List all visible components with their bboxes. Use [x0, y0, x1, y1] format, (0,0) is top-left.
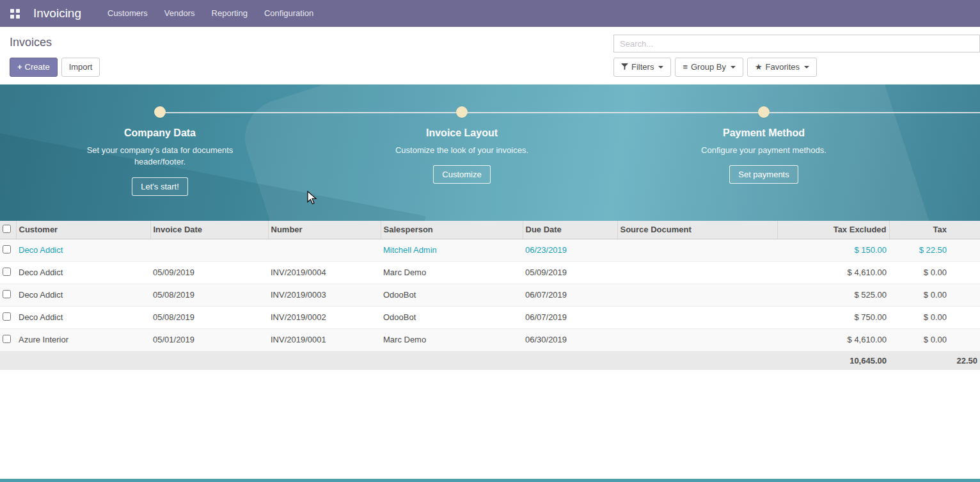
row-checkbox[interactable] [3, 312, 11, 321]
table-row[interactable]: Deco Addict 05/08/2019 INV/2019/0003 Odo… [0, 284, 980, 306]
cell-source-document [617, 261, 777, 284]
step-title: Company Data [54, 127, 265, 139]
group-by-icon: ≡ [683, 62, 688, 72]
plus-icon: + [17, 62, 22, 72]
cell-due-date: 06/23/2019 [523, 239, 617, 261]
apps-menu-icon[interactable] [6, 5, 23, 22]
col-invoice-date[interactable]: Invoice Date [150, 221, 268, 239]
chevron-down-icon [731, 66, 736, 68]
col-salesperson[interactable]: Salesperson [381, 221, 523, 239]
cell-tax-excluded: $ 4,610.00 [777, 261, 889, 284]
chevron-down-icon [804, 66, 809, 68]
customize-button[interactable]: Customize [433, 165, 490, 184]
bottom-strip [0, 479, 980, 482]
control-panel: Invoices +Create Import Filters ≡Group B… [0, 27, 980, 84]
col-customer[interactable]: Customer [16, 221, 150, 239]
star-icon: ★ [755, 62, 763, 72]
cell-source-document [617, 306, 777, 328]
main-menu: Customers Vendors Reporting Configuratio… [99, 0, 322, 27]
top-navbar: Invoicing Customers Vendors Reporting Co… [0, 0, 980, 27]
cell-salesperson: Marc Demo [381, 328, 523, 351]
cell-salesperson: OdooBot [381, 284, 523, 306]
create-button[interactable]: +Create [10, 58, 58, 77]
cell-tax: $ 22.50 [889, 239, 980, 261]
table-row[interactable]: Deco Addict Mitchell Admin 06/23/2019 $ … [0, 239, 980, 261]
import-button[interactable]: Import [61, 58, 100, 77]
cell-due-date: 05/09/2019 [523, 261, 617, 284]
cell-number: INV/2019/0001 [268, 328, 381, 351]
col-tax-excluded[interactable]: Tax Excluded [777, 221, 889, 239]
step-description: Customize the look of your invoices. [387, 145, 537, 157]
cell-invoice-date: 05/08/2019 [150, 306, 268, 328]
totals-row: 10,645.00 22.50 [0, 351, 980, 370]
row-checkbox[interactable] [3, 268, 11, 276]
filters-dropdown[interactable]: Filters [613, 58, 671, 77]
table-row[interactable]: Deco Addict 05/09/2019 INV/2019/0004 Mar… [0, 261, 980, 284]
row-checkbox[interactable] [3, 245, 11, 253]
row-checkbox[interactable] [3, 290, 11, 298]
cell-salesperson: OdooBot [381, 306, 523, 328]
step-description: Configure your payment methods. [689, 145, 839, 157]
cell-number: INV/2019/0002 [268, 306, 381, 328]
row-checkbox[interactable] [3, 335, 11, 343]
cell-tax-excluded: $ 150.00 [777, 239, 889, 261]
step-dot-icon [154, 106, 166, 118]
cell-tax: $ 0.00 [889, 284, 980, 306]
cell-tax: $ 0.00 [889, 328, 980, 351]
group-by-dropdown[interactable]: ≡Group By [675, 58, 743, 77]
cell-salesperson: Mitchell Admin [381, 239, 523, 261]
table-header-row: Customer Invoice Date Number Salesperson… [0, 221, 980, 239]
chevron-down-icon [658, 66, 663, 68]
total-tax: 22.50 [889, 351, 980, 370]
col-tax[interactable]: Tax [889, 221, 980, 239]
step-title: Payment Method [658, 127, 869, 139]
cell-source-document [617, 284, 777, 306]
col-source-document[interactable]: Source Document [617, 221, 777, 239]
cell-source-document [617, 328, 777, 351]
favorites-dropdown[interactable]: ★Favorites [747, 58, 817, 77]
step-dot-icon [758, 106, 770, 118]
cell-salesperson: Marc Demo [381, 261, 523, 284]
invoice-list-table: Customer Invoice Date Number Salesperson… [0, 221, 980, 370]
cell-source-document [617, 239, 777, 261]
onboarding-step-invoice-layout: Invoice Layout Customize the look of you… [356, 106, 567, 184]
lets-start-button[interactable]: Let's start! [132, 177, 188, 196]
onboarding-panel: Company Data Set your company's data for… [0, 84, 980, 221]
step-dot-icon [456, 106, 468, 118]
table-row[interactable]: Deco Addict 05/08/2019 INV/2019/0002 Odo… [0, 306, 980, 328]
menu-customers[interactable]: Customers [99, 0, 156, 27]
table-row[interactable]: Azure Interior 05/01/2019 INV/2019/0001 … [0, 328, 980, 351]
cell-invoice-date: 05/08/2019 [150, 284, 268, 306]
onboarding-step-payment-method: Payment Method Configure your payment me… [658, 106, 869, 184]
cell-customer: Deco Addict [16, 239, 150, 261]
cell-customer: Azure Interior [16, 328, 150, 351]
cell-invoice-date: 05/01/2019 [150, 328, 268, 351]
select-all-checkbox[interactable] [3, 225, 11, 233]
cell-tax: $ 0.00 [889, 261, 980, 284]
cell-tax-excluded: $ 750.00 [777, 306, 889, 328]
cell-number [268, 239, 381, 261]
step-description: Set your company's data for documents he… [85, 145, 235, 169]
cell-customer: Deco Addict [16, 284, 150, 306]
menu-configuration[interactable]: Configuration [256, 0, 322, 27]
col-due-date[interactable]: Due Date [523, 221, 617, 239]
cell-invoice-date [150, 239, 268, 261]
funnel-icon [621, 63, 628, 70]
app-title[interactable]: Invoicing [33, 6, 81, 20]
page-title: Invoices [10, 36, 100, 49]
step-title: Invoice Layout [356, 127, 567, 139]
cell-tax-excluded: $ 4,610.00 [777, 328, 889, 351]
cell-tax: $ 0.00 [889, 306, 980, 328]
cell-number: INV/2019/0003 [268, 284, 381, 306]
total-tax-excluded: 10,645.00 [777, 351, 889, 370]
menu-vendors[interactable]: Vendors [156, 0, 203, 27]
col-number[interactable]: Number [268, 221, 381, 239]
search-input[interactable] [613, 35, 980, 52]
cell-due-date: 06/07/2019 [523, 284, 617, 306]
set-payments-button[interactable]: Set payments [729, 165, 798, 184]
cell-customer: Deco Addict [16, 306, 150, 328]
cell-number: INV/2019/0004 [268, 261, 381, 284]
menu-reporting[interactable]: Reporting [203, 0, 256, 27]
onboarding-step-company-data: Company Data Set your company's data for… [54, 106, 265, 197]
cell-due-date: 06/07/2019 [523, 306, 617, 328]
